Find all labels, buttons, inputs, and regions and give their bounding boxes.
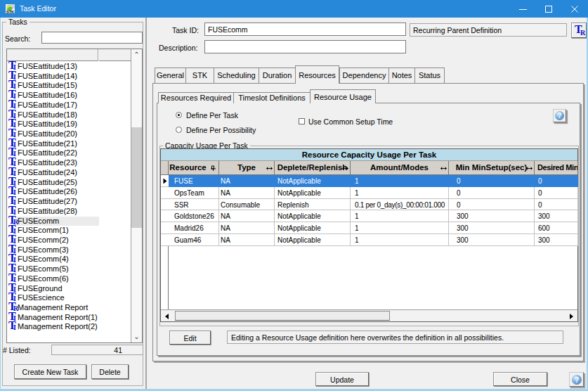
svg-text:STK: STK xyxy=(6,10,14,13)
